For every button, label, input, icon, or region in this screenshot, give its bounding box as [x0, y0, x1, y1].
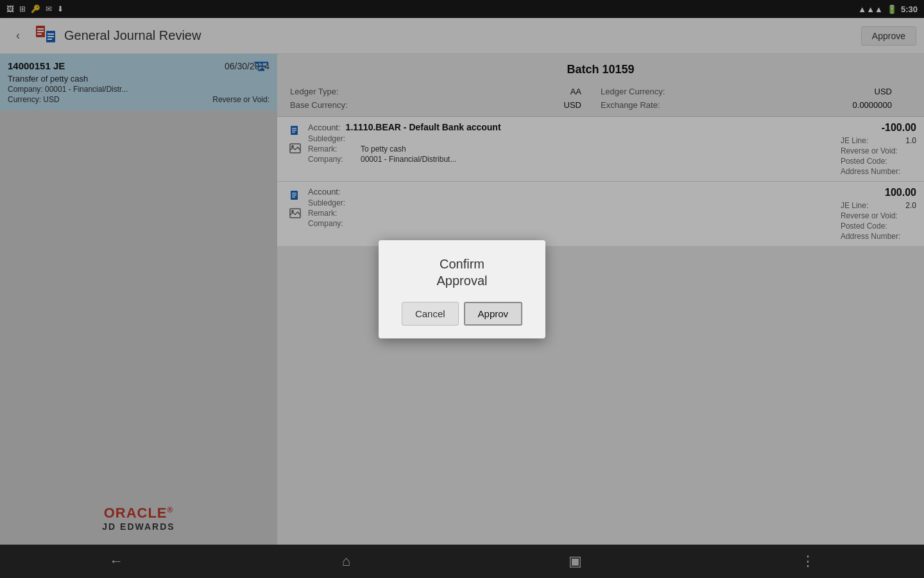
confirm-approval-dialog: Confirm Approval Cancel Approv [379, 240, 545, 338]
modal-title: Confirm Approval [437, 256, 488, 289]
cancel-button[interactable]: Cancel [402, 302, 459, 326]
modal-overlay: Confirm Approval Cancel Approv [0, 0, 924, 578]
confirm-approve-button[interactable]: Approv [464, 302, 523, 326]
modal-buttons: Cancel Approv [402, 302, 522, 326]
